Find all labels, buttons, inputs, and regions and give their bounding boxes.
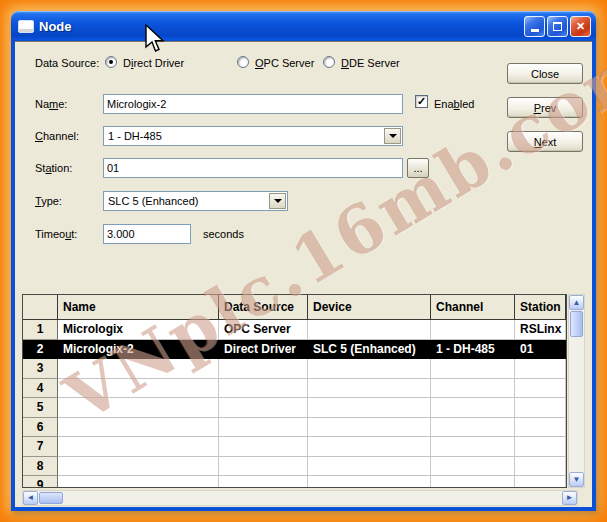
grid-cell[interactable]: [431, 476, 515, 488]
grid-cell[interactable]: 1 - DH-485: [431, 340, 515, 360]
grid-cell[interactable]: [431, 379, 515, 399]
grid-cell[interactable]: [308, 418, 431, 438]
grid-cell[interactable]: [515, 398, 566, 418]
grid-cell[interactable]: Direct Driver: [219, 340, 308, 360]
vertical-scroll-thumb[interactable]: [570, 311, 583, 337]
grid-cell[interactable]: [58, 398, 219, 418]
radio-direct-driver-label[interactable]: Direct Driver: [123, 57, 184, 69]
row-number[interactable]: 5: [23, 398, 58, 418]
grid-cell[interactable]: RSLinx: [515, 320, 566, 340]
grid-cell[interactable]: Micrologix-2: [58, 340, 219, 360]
row-number[interactable]: 7: [23, 437, 58, 457]
grid-cell[interactable]: [219, 359, 308, 379]
scroll-right-button[interactable]: ►: [562, 491, 577, 505]
radio-direct-driver[interactable]: [105, 56, 117, 68]
row-number[interactable]: 6: [23, 418, 58, 438]
radio-dde-server[interactable]: [323, 56, 335, 68]
grid-header-channel[interactable]: Channel: [431, 295, 515, 320]
grid-cell[interactable]: [219, 457, 308, 477]
grid-row-2[interactable]: 2Micrologix-2Direct DriverSLC 5 (Enhance…: [23, 340, 566, 360]
grid-cell[interactable]: [219, 437, 308, 457]
grid-cell[interactable]: [58, 476, 219, 488]
type-dropdown-button[interactable]: [269, 193, 286, 209]
grid-cell[interactable]: [308, 359, 431, 379]
grid-cell[interactable]: [308, 437, 431, 457]
grid-row-5[interactable]: 5: [23, 398, 566, 418]
grid-cell[interactable]: [308, 320, 431, 340]
close-button[interactable]: Close: [507, 63, 583, 84]
grid-row-9[interactable]: 9: [23, 476, 566, 488]
grid-cell[interactable]: [219, 379, 308, 399]
grid-cell[interactable]: [58, 437, 219, 457]
grid-header-source[interactable]: Data Source: [219, 295, 308, 320]
grid-header-station[interactable]: Station: [515, 295, 566, 320]
scroll-down-button[interactable]: ▼: [569, 472, 584, 487]
grid-cell[interactable]: [515, 379, 566, 399]
grid-header-name[interactable]: Name: [58, 295, 219, 320]
maximize-button[interactable]: [547, 16, 568, 37]
enabled-checkbox[interactable]: ✓: [415, 95, 428, 108]
grid-row-7[interactable]: 7: [23, 437, 566, 457]
grid-cell[interactable]: [515, 457, 566, 477]
grid-row-6[interactable]: 6: [23, 418, 566, 438]
grid-cell[interactable]: OPC Server: [219, 320, 308, 340]
titlebar: Node ✕: [11, 11, 596, 41]
scroll-up-button[interactable]: ▲: [569, 295, 584, 310]
grid-cell[interactable]: [219, 418, 308, 438]
next-button[interactable]: Next: [507, 131, 583, 152]
row-number[interactable]: 2: [23, 340, 58, 360]
station-input[interactable]: [103, 158, 403, 178]
grid-row-4[interactable]: 4: [23, 379, 566, 399]
grid-cell[interactable]: [58, 359, 219, 379]
grid-cell[interactable]: [308, 457, 431, 477]
grid-row-8[interactable]: 8: [23, 457, 566, 477]
grid-cell[interactable]: 01: [515, 340, 566, 360]
grid-cell[interactable]: [58, 457, 219, 477]
type-dropdown[interactable]: SLC 5 (Enhanced): [103, 191, 288, 211]
row-number[interactable]: 3: [23, 359, 58, 379]
grid-cell[interactable]: [308, 398, 431, 418]
grid-cell[interactable]: [431, 359, 515, 379]
row-number[interactable]: 1: [23, 320, 58, 340]
timeout-input[interactable]: [103, 224, 191, 244]
grid-cell[interactable]: [515, 437, 566, 457]
station-browse-button[interactable]: ...: [407, 158, 429, 178]
grid-cell[interactable]: [308, 379, 431, 399]
scroll-left-button[interactable]: ◄: [23, 491, 38, 505]
channel-dropdown-button[interactable]: [384, 128, 401, 144]
row-number[interactable]: 9: [23, 476, 58, 488]
grid-row-3[interactable]: 3: [23, 359, 566, 379]
grid-cell[interactable]: [58, 418, 219, 438]
radio-opc-server[interactable]: [237, 56, 249, 68]
grid-cell[interactable]: [58, 379, 219, 399]
horizontal-scroll-thumb[interactable]: [39, 492, 63, 504]
grid-row-1[interactable]: 1MicrologixOPC ServerRSLinx: [23, 320, 566, 340]
grid-cell[interactable]: [431, 437, 515, 457]
grid-cell[interactable]: SLC 5 (Enhanced): [308, 340, 431, 360]
horizontal-scrollbar[interactable]: ◄ ►: [22, 490, 578, 506]
grid-cell[interactable]: [515, 418, 566, 438]
radio-opc-server-label[interactable]: OPC Server: [255, 57, 314, 69]
enabled-label[interactable]: Enabled: [434, 98, 474, 110]
minimize-button[interactable]: [524, 16, 545, 37]
grid-cell[interactable]: [219, 398, 308, 418]
grid-cell[interactable]: [308, 476, 431, 488]
grid-cell[interactable]: [431, 320, 515, 340]
grid-cell[interactable]: [515, 476, 566, 488]
vertical-scrollbar[interactable]: ▲ ▼: [568, 294, 585, 488]
name-input[interactable]: [103, 94, 403, 114]
grid-cell[interactable]: Micrologix: [58, 320, 219, 340]
arrow-right-icon: ►: [566, 494, 574, 502]
grid-cell[interactable]: [431, 418, 515, 438]
grid-header-device[interactable]: Device: [308, 295, 431, 320]
radio-dde-server-label[interactable]: DDE Server: [341, 57, 400, 69]
close-window-button[interactable]: ✕: [570, 16, 591, 37]
row-number[interactable]: 8: [23, 457, 58, 477]
grid-cell[interactable]: [431, 457, 515, 477]
grid-cell[interactable]: [515, 359, 566, 379]
row-number[interactable]: 4: [23, 379, 58, 399]
grid-cell[interactable]: [219, 476, 308, 488]
grid-cell[interactable]: [431, 398, 515, 418]
channel-dropdown[interactable]: 1 - DH-485: [103, 126, 403, 146]
prev-button[interactable]: Prev: [507, 97, 583, 118]
